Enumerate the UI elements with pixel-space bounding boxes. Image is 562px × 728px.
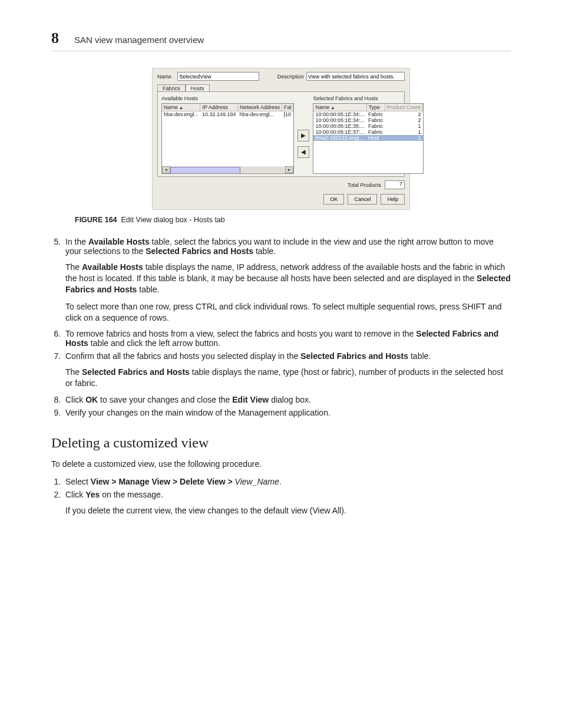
section-intro: To delete a customized view, use the fol… [51, 459, 511, 469]
delete-step-1: Select View > Manage View > Delete View … [63, 477, 511, 486]
cancel-button[interactable]: Cancel [348, 194, 377, 205]
section-heading-deleting-view: Deleting a customized view [51, 435, 511, 451]
steps-list: In the Available Hosts table, select the… [63, 237, 511, 417]
move-left-button[interactable]: ◀ [297, 146, 309, 158]
col-name[interactable]: Name▲ [313, 104, 366, 111]
tab-fabrics[interactable]: Fabrics [157, 84, 186, 91]
help-button[interactable]: Help [381, 194, 405, 205]
col-name[interactable]: Name▲ [162, 104, 200, 111]
description-input[interactable] [306, 72, 405, 81]
scroll-right-icon[interactable]: ▸ [285, 166, 293, 173]
table-row[interactable]: 10:00:00:05:1E:35:...Fabric1 [313, 123, 422, 129]
table-row[interactable]: hba-dev.engl...10.32.149.194hba-dev.engl… [162, 111, 293, 118]
selected-table[interactable]: Name▲ Type Product Count 10:00:00:05:1E:… [313, 103, 424, 174]
move-right-button[interactable]: ▶ [297, 130, 309, 141]
total-products-label: Total Products [348, 182, 381, 188]
table-row[interactable]: 10:00:00:05:1E:34:...Fabric2 [313, 111, 422, 118]
selected-title: Selected Fabrics and Hosts [313, 95, 424, 101]
name-input[interactable] [177, 72, 259, 81]
table-row[interactable]: 10:00:00:05:1E:37:...Fabric1 [313, 129, 422, 135]
scroll-left-icon[interactable]: ◂ [162, 166, 170, 173]
col-netaddr[interactable]: Network Address [237, 104, 282, 111]
name-label: Name [157, 74, 175, 80]
delete-step-2: Click Yes on the message. If you delete … [63, 490, 511, 516]
tab-hosts[interactable]: Hosts [186, 84, 210, 91]
step-9: Verify your changes on the main window o… [63, 408, 511, 417]
step-6: To remove fabrics and hosts from a view,… [63, 329, 511, 348]
sort-icon: ▲ [331, 106, 335, 110]
step-8: Click OK to save your changes and close … [63, 395, 511, 404]
scroll-thumb[interactable] [170, 167, 240, 174]
available-hosts-table[interactable]: Name▲ IP Address Network Address Fal hba… [161, 103, 294, 174]
available-hosts-title: Available Hosts [161, 95, 294, 101]
col-fabric[interactable]: Fal [282, 104, 293, 111]
table-row[interactable]: fmw2-150122.engl...Host1 [313, 135, 422, 141]
total-products-value: 7 [385, 180, 405, 189]
step-7: Confirm that all the fabrics and hosts y… [63, 351, 511, 389]
col-type[interactable]: Type [366, 104, 385, 111]
col-ip[interactable]: IP Address [200, 104, 238, 111]
page-header: 8 SAN view management overview [51, 29, 511, 51]
table-row[interactable]: 10:00:00:05:1E:34:...Fabric2 [313, 117, 422, 123]
figure-caption: FIGURE 164 Edit View dialog box - Hosts … [75, 216, 511, 224]
col-count[interactable]: Product Count [385, 104, 423, 111]
ok-button[interactable]: OK [323, 194, 344, 205]
description-label: Description [277, 74, 304, 80]
sort-icon: ▲ [179, 106, 183, 110]
edit-view-dialog: Name Description Fabrics Hosts Available… [152, 68, 410, 210]
chapter-title: SAN view management overview [74, 35, 204, 45]
delete-steps-list: Select View > Manage View > Delete View … [63, 477, 511, 516]
horizontal-scrollbar[interactable]: ◂ ▸ [162, 166, 293, 173]
step-5: In the Available Hosts table, select the… [63, 237, 511, 323]
chapter-number: 8 [51, 29, 59, 47]
